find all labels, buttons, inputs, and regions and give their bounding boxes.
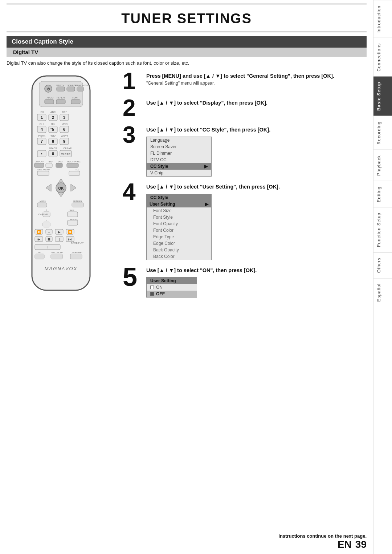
sub-section-header: Digital TV xyxy=(7,48,367,57)
svg-text:MNO: MNO xyxy=(62,123,68,125)
step-5-number: 5 xyxy=(123,264,143,290)
svg-rect-58 xyxy=(56,163,62,167)
svg-rect-105 xyxy=(35,254,44,259)
step-2: 2 Use [▲ / ▼] to select "Display", then … xyxy=(123,99,367,120)
svg-text:MENU: MENU xyxy=(40,200,46,202)
svg-text:TITLE: TITLE xyxy=(73,169,79,171)
svg-text:AUDIO: AUDIO xyxy=(46,97,53,99)
sidebar: Introduction Connections Basic Setup Rec… xyxy=(373,0,392,554)
sidebar-tab-basic-setup[interactable]: Basic Setup xyxy=(373,76,392,116)
svg-rect-77 xyxy=(68,212,78,217)
svg-text:3: 3 xyxy=(63,115,65,120)
svg-text:7: 7 xyxy=(41,139,43,143)
step-5-content: Use [▲ / ▼] to select "ON", then press [… xyxy=(146,267,367,298)
svg-text:DISPLAY: DISPLAY xyxy=(35,161,44,163)
step-5: 5 Use [▲ / ▼] to select "ON", then press… xyxy=(123,267,367,298)
svg-text:DVD: DVD xyxy=(58,161,63,163)
sidebar-tab-others[interactable]: Others xyxy=(373,252,392,278)
step-4-font-size: Font Size xyxy=(147,207,211,214)
svg-text:DUBBING: DUBBING xyxy=(72,251,82,254)
svg-text:OPEN/CLOSE: OPEN/CLOSE xyxy=(74,84,88,86)
step-4-menu: CC Style User Setting▶ Font Size Font St… xyxy=(146,194,212,260)
svg-text:SPACE: SPACE xyxy=(49,147,57,150)
menu-item-language: Language xyxy=(147,137,211,143)
svg-text:TUV: TUV xyxy=(50,135,56,137)
svg-text:CHANNEL: CHANNEL xyxy=(38,213,49,215)
svg-rect-107 xyxy=(70,254,82,259)
svg-rect-72 xyxy=(37,203,47,207)
menu-item-fldimmer: FL Dimmer xyxy=(147,150,211,157)
svg-text:⏸: ⏸ xyxy=(46,245,49,249)
svg-text:–: – xyxy=(46,219,47,222)
svg-text:REC MODE: REC MODE xyxy=(52,251,63,254)
svg-text:JKL: JKL xyxy=(51,123,55,125)
svg-rect-106 xyxy=(51,254,62,259)
svg-text:1: 1 xyxy=(41,115,43,120)
page-number: 39 xyxy=(355,539,367,550)
sidebar-tab-editing[interactable]: Editing xyxy=(373,181,392,207)
step-4-font-opacity: Font Opacity xyxy=(147,221,211,227)
sidebar-tab-recording[interactable]: Recording xyxy=(373,116,392,150)
checkbox-on xyxy=(150,286,154,289)
steps-area: 1 Press [MENU] and use [▲ / ▼] to select… xyxy=(115,69,367,530)
svg-text:REC: REC xyxy=(38,251,42,254)
svg-text:RETURN: RETURN xyxy=(73,200,82,202)
footer-note: Instructions continue on the next page. xyxy=(278,533,367,539)
step-2-number: 2 xyxy=(123,96,143,120)
svg-text:SKIP: SKIP xyxy=(69,209,74,211)
svg-rect-82 xyxy=(68,220,78,225)
step-4-back-opacity: Back Opacity xyxy=(147,247,211,253)
step-5-title: Use [▲ / ▼] to select "ON", then press [… xyxy=(146,267,367,274)
sidebar-tab-connections[interactable]: Connections xyxy=(373,38,392,77)
svg-rect-59 xyxy=(67,163,78,167)
svg-text:RAPID PLAY: RAPID PLAY xyxy=(71,242,84,244)
svg-rect-7 xyxy=(57,87,65,91)
svg-text:0: 0 xyxy=(52,151,54,156)
menu-item-ccstyle: CC Style▶ xyxy=(147,163,211,170)
svg-rect-14 xyxy=(56,100,65,104)
sidebar-tab-function-setup[interactable]: Function Setup xyxy=(373,207,392,252)
step-5-menu-header: User Setting xyxy=(147,278,197,284)
step-3-title: Use [▲ / ▼] to select "CC Style", then p… xyxy=(146,126,367,133)
step-1-title: Press [MENU] and use [▲ / ▼] to select "… xyxy=(146,72,367,80)
svg-rect-73 xyxy=(72,203,83,207)
svg-text:REPEAT: REPEAT xyxy=(57,97,65,99)
step-1-number: 1 xyxy=(123,69,143,93)
svg-text:2: 2 xyxy=(52,115,54,120)
main-content: TUNER SETTINGS Closed Caption Style Digi… xyxy=(0,0,373,554)
svg-text:▶: ▶ xyxy=(58,230,61,234)
step-1-content: Press [MENU] and use [▲ / ▼] to select "… xyxy=(146,72,367,88)
step-4-edge-type: Edge Type xyxy=(147,234,211,240)
svg-text:•: • xyxy=(41,151,42,156)
content-area: ⏻ DTV/TV SOURCE OPEN/CLOSE AUDIO REPEAT … xyxy=(7,69,367,530)
step-4-user-setting: User Setting▶ xyxy=(147,201,211,207)
menu-item-dtvcc: DTV CC xyxy=(147,157,211,163)
svg-text:OK: OK xyxy=(58,186,64,190)
page-title: TUNER SETTINGS xyxy=(7,4,367,32)
svg-text:IB/I: IB/I xyxy=(40,111,44,113)
svg-rect-81 xyxy=(43,222,50,227)
sidebar-tab-espanol[interactable]: Español xyxy=(373,278,392,307)
step-4-font-color: Font Color xyxy=(147,227,211,234)
svg-text:MAGNAVOX: MAGNAVOX xyxy=(45,266,77,271)
en-label: EN xyxy=(338,539,352,550)
svg-rect-63 xyxy=(69,171,80,175)
section-header: Closed Caption Style xyxy=(7,36,367,48)
svg-text:HDD: HDD xyxy=(48,161,53,163)
svg-text:DISC MENU: DISC MENU xyxy=(37,169,50,171)
svg-text:GHI: GHI xyxy=(40,123,44,125)
svg-text:CLEAR: CLEAR xyxy=(63,147,72,150)
sidebar-tab-playback[interactable]: Playback xyxy=(373,150,392,181)
step-4-title: Use [▲ / ▼] to select "User Setting", th… xyxy=(146,183,367,190)
svg-text:○: ○ xyxy=(48,231,50,234)
svg-text:DTV/TV: DTV/TV xyxy=(56,84,64,86)
svg-text:⏮: ⏮ xyxy=(37,237,41,241)
step-5-on-label: ON xyxy=(156,285,163,290)
step-4: 4 Use [▲ / ▼] to select "User Setting", … xyxy=(123,183,367,260)
svg-text:9: 9 xyxy=(63,139,65,143)
step-5-menu: User Setting ON OFF xyxy=(146,277,197,298)
menu-item-vchip: V-Chip xyxy=(147,170,211,176)
svg-rect-62 xyxy=(37,171,49,175)
sidebar-tab-introduction[interactable]: Introduction xyxy=(373,0,392,38)
svg-rect-15 xyxy=(71,100,80,104)
